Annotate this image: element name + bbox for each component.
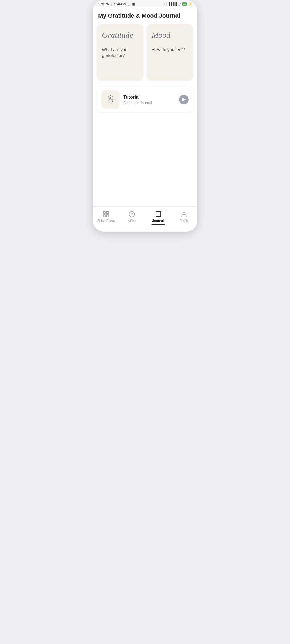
journal-active-indicator [151,224,165,225]
svg-point-10 [131,214,131,215]
svg-point-11 [133,214,133,215]
profile-indicator [177,224,191,225]
status-left: 3:28 PM | 624KB/s ⬚ ▦ [98,2,135,6]
bluetooth-icon: ⬡ [164,2,166,6]
tutorial-subtitle: Gratitude Journal [123,101,175,105]
data-speed-label: | [111,2,112,6]
svg-point-9 [129,211,135,217]
mood-card-subtitle: How do you feel? [152,47,185,53]
tutorial-text: Tutorial Gratitude Journal [123,94,175,105]
main-content: My Gratitude & Mood Journal Gratitude Wh… [93,7,197,206]
vision-board-icon [102,210,110,218]
svg-rect-8 [106,215,109,217]
affirm-label: Affirm [128,219,136,223]
nav-item-journal[interactable]: Journal [145,209,171,226]
time-label: 3:28 PM [98,2,110,6]
svg-rect-7 [103,215,105,217]
tutorial-title: Tutorial [123,94,175,100]
screenshot-icon: ⬚ [127,2,130,6]
svg-rect-5 [103,211,105,214]
phone-frame: 3:28 PM | 624KB/s ⬚ ▦ ⬡ ▐▐▐▐ ◟◝ 41 ⚡ My … [93,0,197,232]
play-button[interactable] [179,95,189,104]
data-speed-value: 624KB/s [114,2,126,6]
nav-item-vision-board[interactable]: Vision Board [93,209,119,226]
message-icon: ▦ [132,2,135,6]
cards-row: Gratitude What are you grateful for? Moo… [97,24,193,80]
affirm-indicator [125,224,139,225]
charging-icon: ⚡ [188,2,192,6]
battery-icon: 41 [182,2,187,6]
nav-item-profile[interactable]: Profile [171,209,197,226]
status-bar: 3:28 PM | 624KB/s ⬚ ▦ ⬡ ▐▐▐▐ ◟◝ 41 ⚡ [93,0,197,7]
hands-icon [105,94,116,105]
journal-label: Journal [152,219,164,223]
nav-item-affirm[interactable]: Affirm [119,209,145,226]
status-right: ⬡ ▐▐▐▐ ◟◝ 41 ⚡ [164,2,192,6]
play-triangle-icon [182,98,186,101]
profile-label: Profile [180,219,189,223]
wifi-icon: ◟◝ [178,2,181,6]
mood-card-title: Mood [152,31,170,39]
vision-board-indicator [99,224,113,225]
svg-rect-6 [106,211,109,214]
svg-line-1 [113,96,113,97]
page-title: My Gratitude & Mood Journal [98,12,193,19]
signal-icon: ▐▐▐▐ [168,2,177,6]
bottom-nav: Vision Board Affirm [93,206,197,232]
profile-icon [180,210,188,218]
gratitude-card-title: Gratitude [102,31,133,39]
tutorial-icon-box [101,90,120,109]
mood-card[interactable]: Mood How do you feel? [147,24,193,80]
journal-icon [154,210,162,218]
affirm-icon [128,210,136,218]
vision-board-label: Vision Board [97,219,115,223]
gratitude-card[interactable]: Gratitude What are you grateful for? [97,24,143,80]
gratitude-card-subtitle: What are you grateful for? [102,47,138,59]
tutorial-card[interactable]: Tutorial Gratitude Journal [97,87,193,112]
svg-line-2 [108,96,109,97]
